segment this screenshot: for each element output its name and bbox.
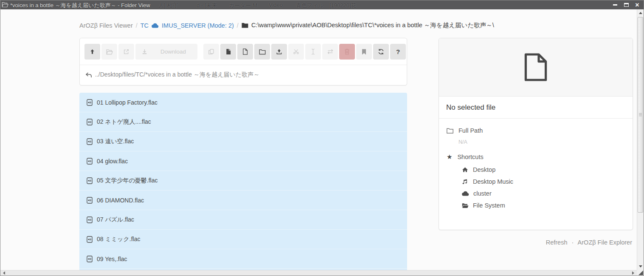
bookmark-button[interactable]	[356, 44, 372, 60]
titlebar-ghost-label: カーター M	[229, 2, 257, 9]
refresh-icon	[378, 48, 384, 55]
folder-open-filled-icon	[462, 203, 469, 208]
titlebar-ghost-label: d - [未来	[197, 2, 217, 9]
paste-icon	[225, 48, 231, 55]
swap-arrows-icon	[327, 49, 334, 54]
back-arrow-icon	[85, 72, 92, 78]
shortcuts-row: ★ Shortcuts	[439, 150, 633, 164]
music-note-icon	[462, 179, 469, 185]
new-file-button[interactable]	[237, 44, 253, 60]
paste-button[interactable]	[220, 44, 236, 60]
move-button[interactable]	[322, 44, 338, 60]
toolbar-card: Download? ../Desktop/files/TC/*voices in…	[79, 38, 407, 85]
titlebar-ghost-label: 人] 相守	[158, 2, 178, 9]
minimize-button[interactable]	[612, 2, 618, 9]
file-row[interactable]: 09 Yes,.flac	[79, 249, 407, 269]
scroll-right-button[interactable]	[630, 270, 637, 276]
up-button[interactable]	[84, 44, 100, 60]
full-path-label: Full Path	[458, 127, 483, 134]
resize-grip[interactable]	[637, 270, 644, 276]
file-icon	[524, 53, 548, 81]
breadcrumb: ArOZβ Files Viewer / TC IMUS_SERVER (Mod…	[79, 21, 631, 29]
triangle-left-icon	[3, 271, 5, 275]
file-row[interactable]: 07 パズル.flac	[79, 210, 407, 230]
window-titlebar[interactable]: *voices in a bottle ～海を越え届いた歌声～ - Folder…	[0, 0, 644, 9]
file-row[interactable]: 01 Lollipop Factory.flac	[79, 93, 407, 112]
scissors-icon	[293, 48, 299, 55]
star-icon: ★	[447, 154, 452, 160]
file-preview	[439, 38, 633, 97]
details-panel: No selected file Full Path N/A ★ Shortcu…	[439, 38, 633, 230]
delete-button[interactable]	[339, 44, 355, 60]
upload-button[interactable]	[271, 44, 287, 60]
folder-open-icon	[106, 49, 113, 55]
footer: Refresh · ArOZβ File Explorer	[546, 239, 632, 246]
audio-file-icon	[87, 197, 93, 204]
text-cursor-icon	[311, 48, 315, 55]
full-path-row: Full Path	[439, 124, 633, 137]
horizontal-scrollbar[interactable]	[0, 270, 637, 276]
file-name: 07 パズル.flac	[97, 216, 134, 224]
scroll-up-button[interactable]	[637, 9, 644, 17]
file-row[interactable]: 02 ネトゲ廃人....flac	[79, 112, 407, 132]
breadcrumb-app[interactable]: ArOZβ Files Viewer	[79, 22, 133, 29]
file-name: 04 glow.flac	[97, 158, 128, 165]
shortcuts-label: Shortcuts	[457, 154, 483, 160]
folder-view-window: *voices in a bottle ～海を越え届いた歌声～ - Folder…	[0, 0, 644, 276]
audio-file-icon	[87, 119, 93, 125]
breadcrumb-separator: /	[237, 22, 239, 29]
current-path-bar: ../Desktop/files/TC/*voices in a bottle …	[80, 65, 407, 85]
cut-button[interactable]	[288, 44, 304, 60]
open-external-button[interactable]	[118, 44, 134, 60]
file-row[interactable]: 03 遠い空.flac	[79, 132, 407, 151]
file-row[interactable]: 06 DIAMOND.flac	[79, 191, 407, 210]
file-row[interactable]: 08 ミミック.flac	[79, 230, 407, 249]
file-name: 06 DIAMOND.flac	[97, 197, 144, 204]
open-button[interactable]	[101, 44, 117, 60]
shortcut-desktop-music[interactable]: Desktop Music	[439, 176, 633, 188]
footer-separator: ·	[572, 239, 574, 246]
copy-button[interactable]	[203, 44, 219, 60]
folder-open-icon	[2, 2, 8, 8]
bookmark-icon	[362, 49, 366, 55]
footer-app-name: ArOZβ File Explorer	[578, 239, 632, 246]
vertical-scrollbar[interactable]	[637, 9, 644, 270]
audio-file-icon	[87, 256, 93, 262]
new-folder-button[interactable]	[254, 44, 270, 60]
new-file-icon	[242, 48, 248, 55]
refresh-link[interactable]: Refresh	[546, 239, 568, 246]
triangle-up-icon	[639, 12, 642, 14]
shortcut-label: Desktop	[473, 166, 495, 173]
titlebar-ghost-label: [190220]花	[329, 2, 357, 9]
breadcrumb-drive-link[interactable]: TC	[141, 22, 149, 29]
copy-icon	[208, 48, 214, 55]
shortcut-file-system[interactable]: File System	[439, 199, 633, 211]
cloud-icon	[462, 191, 469, 196]
help-button[interactable]: ?	[390, 44, 406, 60]
shortcuts-list: DesktopDesktop MusicclusterFile System	[439, 164, 633, 211]
file-name: 01 Lollipop Factory.flac	[97, 99, 157, 106]
cloud-icon	[152, 23, 159, 28]
file-list: 01 Lollipop Factory.flac02 ネトゲ廃人....flac…	[79, 93, 407, 270]
breadcrumb-server-link[interactable]: IMUS_SERVER (Mode: 2)	[162, 22, 234, 29]
file-row[interactable]: 05 文学少年の憂鬱.flac	[79, 171, 407, 191]
refresh-button[interactable]	[373, 44, 389, 60]
question-icon: ?	[396, 48, 400, 55]
scroll-left-button[interactable]	[0, 270, 8, 276]
rename-button[interactable]	[305, 44, 321, 60]
audio-file-icon	[87, 158, 93, 165]
download-button[interactable]: Download	[135, 44, 197, 60]
shortcut-cluster[interactable]: cluster	[439, 188, 633, 199]
file-name: 08 ミミック.flac	[97, 236, 140, 243]
scroll-down-button[interactable]	[637, 263, 644, 270]
file-meta: Full Path N/A ★ Shortcuts DesktopDesktop…	[439, 119, 633, 211]
scrollbar-grip	[639, 113, 642, 117]
file-name: 05 文学少年の憂鬱.flac	[97, 177, 157, 185]
file-row[interactable]: 04 glow.flac	[79, 151, 407, 171]
vertical-scrollbar-thumb[interactable]	[638, 17, 643, 213]
no-selected-file-text: No selected file	[439, 97, 633, 119]
maximize-button[interactable]	[623, 2, 629, 9]
trash-icon	[344, 48, 350, 55]
close-button[interactable]: ×	[634, 2, 640, 9]
shortcut-desktop[interactable]: Desktop	[439, 164, 633, 176]
